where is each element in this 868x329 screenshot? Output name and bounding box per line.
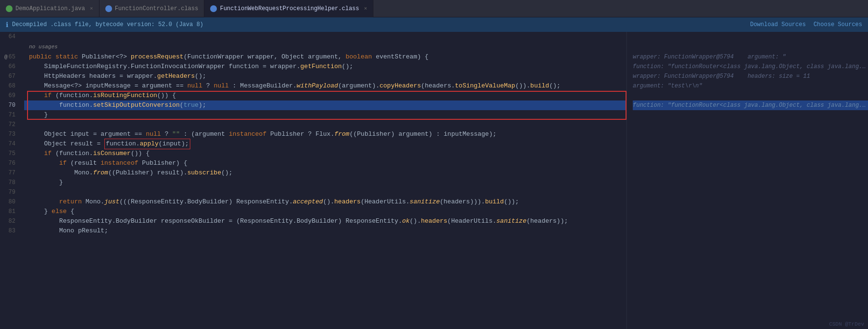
line-num-70: 70 [0, 100, 19, 110]
code-line-81: } else { [24, 207, 626, 216]
code-line-75: if (function.isConsumer()) { [24, 149, 626, 158]
hint-line-66: function: "functionRouter<class java.lan… [633, 62, 868, 72]
info-bar: ℹ Decompiled .class file, bytecode versi… [0, 17, 868, 32]
inline-box-apply: function.apply(input); [104, 139, 190, 149]
line-num-77: 77 [0, 168, 19, 178]
info-left: ℹ Decompiled .class file, bytecode versi… [6, 21, 203, 29]
hint-line-empty [633, 42, 868, 52]
hint-line-80 [633, 197, 868, 207]
tab-controller-label: FunctionController.class [115, 5, 199, 12]
no-usages-text: no usages [29, 42, 57, 52]
line-num-72: 72 [0, 120, 19, 129]
code-line-76: if (result instanceof Publisher) { [24, 158, 626, 168]
code-line-74: Object result = function.apply(input); [24, 139, 626, 149]
line-num-81: 81 [0, 207, 19, 216]
tab-demo-close[interactable]: × [90, 6, 93, 12]
line-num-79: 79 [0, 187, 19, 197]
java-file-icon [6, 5, 13, 12]
hint-line-76 [633, 158, 868, 168]
no-usages-line: no usages [24, 42, 626, 52]
line-numbers: 64 @65 66 67 68 69 70 71 72 73 74 75 76 … [0, 32, 24, 329]
hint-line-71 [633, 110, 868, 120]
download-sources-link[interactable]: Download Sources [750, 21, 806, 28]
hint-line-67: wrapper: FunctionWrapper@5794 headers: s… [633, 72, 868, 81]
line-num-78: 78 [0, 178, 19, 187]
line-num-68: 68 [0, 81, 19, 91]
hint-line-69 [633, 91, 868, 100]
code-line-73: Object input = argument == null ? "" : (… [24, 129, 626, 139]
code-line-68: Message<?> inputMessage = argument == nu… [24, 81, 626, 91]
line-num-74: 74 [0, 139, 19, 149]
code-line-70: function.setSkipOutputConversion(true); [24, 100, 626, 110]
hint-line-64 [633, 32, 868, 42]
hint-line-77 [633, 168, 868, 178]
tab-function-controller[interactable]: FunctionController.class [100, 0, 205, 17]
hint-line-75 [633, 149, 868, 158]
hint-line-81 [633, 207, 868, 216]
tab-demo-application[interactable]: DemoApplication.java × [0, 0, 100, 17]
info-icon: ℹ [6, 21, 8, 29]
line-num-67: 67 [0, 72, 19, 81]
code-line-66: SimpleFunctionRegistry.FunctionInvocatio… [24, 62, 626, 72]
hint-line-82 [633, 216, 868, 226]
code-area: no usages public static Publisher<?> pro… [24, 32, 626, 329]
tab-demo-label: DemoApplication.java [15, 5, 85, 12]
info-right: Download Sources Choose Sources [750, 21, 862, 28]
tab-helper-label: FunctionWebRequestProcessingHelper.class [220, 5, 359, 12]
info-message: Decompiled .class file, bytecode version… [12, 21, 203, 28]
line-num-65: @65 [0, 52, 19, 62]
line-num-64: 64 [0, 32, 19, 42]
hint-line-79 [633, 187, 868, 197]
hint-line-65: wrapper: FunctionWrapper@5794 argument: … [633, 52, 868, 62]
at-icon: @ [4, 52, 8, 62]
tab-helper-close[interactable]: × [364, 6, 368, 12]
code-line-80: return Mono.just(((ResponseEntity.BodyBu… [24, 197, 626, 207]
line-num-69: 69 [0, 91, 19, 100]
editor: 64 @65 66 67 68 69 70 71 72 73 74 75 76 … [0, 32, 868, 329]
choose-sources-link[interactable]: Choose Sources [813, 21, 862, 28]
code-line-71: } [24, 110, 626, 120]
class-file-icon [105, 5, 112, 12]
type-publisher: Publisher<?> [82, 52, 127, 62]
line-num-73: 73 [0, 129, 19, 139]
code-line-79 [24, 187, 626, 197]
line-num-83: 83 [0, 226, 19, 236]
kw-static: static [56, 52, 78, 62]
class-file-icon-active [210, 5, 217, 12]
code-line-82: ResponseEntity.BodyBuilder responseOkBui… [24, 216, 626, 226]
method-processrequest: processRequest [131, 52, 184, 62]
hints-panel: wrapper: FunctionWrapper@5794 argument: … [626, 32, 868, 329]
code-line-69: if (function.isRoutingFunction()) { [24, 91, 626, 100]
code-line-64 [24, 32, 626, 42]
watermark: CSDN @TrDev [829, 321, 864, 327]
code-line-78: } [24, 178, 626, 187]
line-num-75: 75 [0, 149, 19, 158]
code-line-72 [24, 120, 626, 129]
hint-line-68: argument: "test\r\n" [633, 81, 868, 91]
hint-65-wrapper: wrapper: FunctionWrapper@5794 argument: … [633, 54, 786, 60]
hint-line-72 [633, 120, 868, 129]
code-line-77: Mono.from((Publisher) result).subscribe(… [24, 168, 626, 178]
tab-function-helper[interactable]: FunctionWebRequestProcessingHelper.class… [204, 0, 373, 17]
line-num-76: 76 [0, 158, 19, 168]
line-num-82: 82 [0, 216, 19, 226]
red-box-container: if (function.isRoutingFunction()) { func… [24, 91, 626, 120]
code-line-83: Mono pResult; [24, 226, 626, 236]
line-num-66: 66 [0, 62, 19, 72]
line-num-empty1 [0, 42, 19, 52]
hint-line-73 [633, 129, 868, 139]
code-line-67: HttpHeaders headers = wrapper.getHeaders… [24, 72, 626, 81]
hint-line-83 [633, 226, 868, 236]
line-num-71: 71 [0, 110, 19, 120]
hint-line-78 [633, 178, 868, 187]
hint-line-74 [633, 139, 868, 149]
line-num-80: 80 [0, 197, 19, 207]
tab-bar: DemoApplication.java × FunctionControlle… [0, 0, 868, 17]
kw-public: public [29, 52, 52, 62]
hint-line-70: function: "functionRouter<class java.lan… [633, 100, 868, 110]
code-line-65: public static Publisher<?> processReques… [24, 52, 626, 62]
watermark-text: CSDN @TrDev [829, 321, 864, 327]
